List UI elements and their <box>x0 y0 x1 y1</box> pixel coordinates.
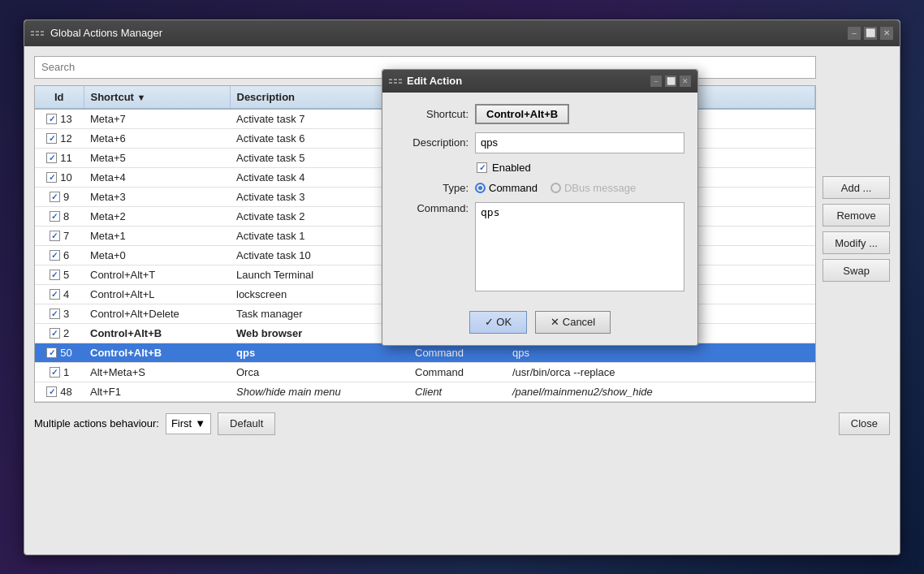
row-id: 12 <box>60 132 71 145</box>
dialog-titlebar-left: Edit Action <box>389 75 462 87</box>
titlebar-left: Global Actions Manager <box>31 27 162 39</box>
bottom-left: Multiple actions behaviour: First ▼ Defa… <box>34 412 275 435</box>
radio-command-dot <box>475 183 486 193</box>
close-main-button[interactable]: Close <box>839 412 890 435</box>
row-shortcut: Control+Alt+B <box>84 323 230 343</box>
command-textarea[interactable]: qps <box>475 202 684 291</box>
row-id: 7 <box>63 230 69 242</box>
row-shortcut: Meta+5 <box>84 148 230 167</box>
row-shortcut: Meta+3 <box>84 187 230 206</box>
minimize-button[interactable]: – <box>848 27 861 40</box>
cancel-button[interactable]: ✕ Cancel <box>535 311 611 334</box>
row-shortcut: Meta+6 <box>84 128 230 148</box>
modify-button[interactable]: Modify ... <box>823 231 890 254</box>
row-id: 11 <box>60 152 71 164</box>
table-row[interactable]: 1Alt+Meta+SOrcaCommand/usr/bin/orca --re… <box>35 362 815 382</box>
row-id: 50 <box>60 347 71 359</box>
row-checkbox[interactable] <box>50 192 60 202</box>
add-button[interactable]: Add ... <box>823 176 890 199</box>
row-shortcut: Control+Alt+Delete <box>84 304 230 323</box>
row-id-cell: 1 <box>35 362 84 382</box>
row-command: qps <box>506 343 815 362</box>
row-checkbox[interactable] <box>46 114 57 124</box>
row-id: 8 <box>63 210 69 222</box>
swap-button[interactable]: Swap <box>823 259 890 282</box>
main-window: Global Actions Manager – ⬜ ✕ Id <box>24 19 900 555</box>
type-row: Type: Command DBus message <box>395 182 684 194</box>
row-id: 9 <box>63 191 69 203</box>
row-checkbox[interactable] <box>50 250 60 261</box>
row-checkbox[interactable] <box>50 309 60 319</box>
row-id-cell: 10 <box>35 167 84 187</box>
description-input[interactable] <box>475 132 684 153</box>
row-id-cell: 9 <box>35 187 84 206</box>
main-titlebar: Global Actions Manager – ⬜ ✕ <box>24 20 900 46</box>
restore-button[interactable]: ⬜ <box>864 27 877 40</box>
row-checkbox[interactable] <box>46 133 57 144</box>
dialog-close-button[interactable]: ✕ <box>680 76 691 87</box>
ok-button[interactable]: ✓ OK <box>469 311 527 334</box>
row-id: 48 <box>60 386 71 398</box>
radio-dbus[interactable]: DBus message <box>551 182 636 194</box>
row-id: 5 <box>63 269 69 281</box>
row-id: 13 <box>60 113 71 125</box>
row-id: 10 <box>60 171 71 183</box>
row-id-cell: 13 <box>35 109 84 129</box>
row-shortcut: Control+Alt+L <box>84 284 230 304</box>
row-description: Orca <box>230 362 408 382</box>
row-id-cell: 6 <box>35 245 84 265</box>
radio-command[interactable]: Command <box>475 182 538 194</box>
row-shortcut: Alt+F1 <box>84 382 230 401</box>
dialog-footer: ✓ OK ✕ Cancel <box>382 303 697 345</box>
shortcut-row: Shortcut: Control+Alt+B <box>395 104 684 124</box>
row-checkbox[interactable] <box>46 153 57 163</box>
enabled-label: Enabled <box>492 162 531 174</box>
radio-command-label: Command <box>489 182 538 194</box>
row-id-cell: 8 <box>35 206 84 226</box>
row-checkbox[interactable] <box>50 328 60 339</box>
row-id-cell: 3 <box>35 304 84 323</box>
row-id-cell: 12 <box>35 128 84 148</box>
enabled-checkbox[interactable] <box>477 162 487 173</box>
row-shortcut: Control+Alt+B <box>84 343 230 362</box>
multiple-actions-dropdown[interactable]: First ▼ <box>166 413 211 434</box>
row-checkbox[interactable] <box>46 347 57 358</box>
dialog-minimize-button[interactable]: – <box>650 76 662 87</box>
row-shortcut: Meta+0 <box>84 245 230 265</box>
row-checkbox[interactable] <box>50 211 60 222</box>
radio-dbus-dot <box>551 183 561 193</box>
table-row[interactable]: 50Control+Alt+BqpsCommandqps <box>35 343 815 362</box>
description-label: Description: <box>395 136 468 149</box>
row-command: /usr/bin/orca --replace <box>506 362 815 382</box>
row-id: 3 <box>63 308 69 320</box>
table-row[interactable]: 48Alt+F1Show/hide main menuClient/panel/… <box>35 382 815 401</box>
row-type: Command <box>408 343 506 362</box>
row-shortcut: Meta+7 <box>84 109 230 129</box>
row-checkbox[interactable] <box>50 231 60 241</box>
dialog-content: Shortcut: Control+Alt+B Description: Ena… <box>382 93 697 303</box>
remove-button[interactable]: Remove <box>823 204 890 227</box>
edit-action-dialog[interactable]: Edit Action – ⬜ ✕ Shortcut: Control+Alt+… <box>382 69 698 346</box>
close-button[interactable]: ✕ <box>880 27 893 40</box>
dialog-controls: – ⬜ ✕ <box>650 76 691 87</box>
titlebar-controls: – ⬜ ✕ <box>848 27 893 40</box>
description-row: Description: <box>395 132 684 153</box>
row-id-cell: 48 <box>35 382 84 401</box>
row-checkbox[interactable] <box>46 386 57 397</box>
row-checkbox[interactable] <box>46 172 57 183</box>
row-checkbox[interactable] <box>50 270 60 280</box>
col-header-id: Id <box>35 86 84 109</box>
right-buttons: Add ... Remove Modify ... Swap <box>823 176 890 282</box>
dialog-restore-button[interactable]: ⬜ <box>665 76 676 87</box>
row-shortcut: Alt+Meta+S <box>84 362 230 382</box>
type-options: Command DBus message <box>475 182 636 194</box>
row-shortcut: Control+Alt+T <box>84 265 230 284</box>
shortcut-value-button[interactable]: Control+Alt+B <box>475 104 569 124</box>
row-checkbox[interactable] <box>50 289 60 300</box>
row-id: 4 <box>63 288 69 300</box>
radio-dbus-label: DBus message <box>564 182 636 194</box>
row-id-cell: 11 <box>35 148 84 167</box>
default-button[interactable]: Default <box>218 412 275 435</box>
row-checkbox[interactable] <box>50 367 60 378</box>
row-id-cell: 4 <box>35 284 84 304</box>
